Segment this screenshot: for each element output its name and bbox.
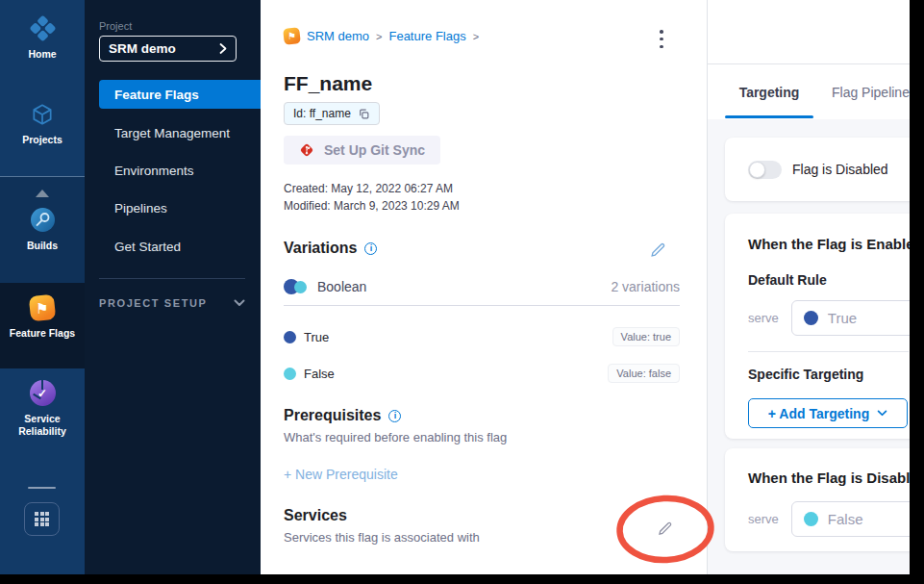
flag-enabled-card: When the Flag is Enabled Default Rule se… bbox=[725, 214, 910, 439]
flag-state-label: Flag is Disabled bbox=[792, 162, 888, 177]
flag-disabled-card: When the Flag is Disabled serve False bbox=[725, 448, 910, 551]
default-rule-label: Default Rule bbox=[748, 272, 910, 288]
rail-item-service-reliability[interactable]: ✓ Service Reliability bbox=[0, 380, 85, 437]
flag-enabled-toggle[interactable] bbox=[748, 161, 782, 179]
projects-cube-icon bbox=[30, 101, 56, 127]
home-icon bbox=[30, 15, 56, 41]
sidebar-item-pipelines[interactable]: Pipelines bbox=[85, 193, 261, 222]
page-title: FF_name bbox=[284, 72, 372, 95]
value-chip: Value: false bbox=[608, 364, 680, 383]
serve-true-select[interactable]: True bbox=[791, 300, 910, 336]
breadcrumb: ⚑ SRM demo > Feature Flags > bbox=[284, 28, 479, 44]
app-content: Home Projects bbox=[0, 0, 910, 574]
targeting-panel: Targeting Flag Pipeline Flag is Disabled… bbox=[707, 0, 910, 574]
info-icon[interactable] bbox=[388, 410, 401, 422]
breadcrumb-project-link[interactable]: SRM demo bbox=[307, 29, 369, 43]
set-up-git-sync-button[interactable]: Set Up Git Sync bbox=[284, 136, 440, 165]
project-setup-toggle[interactable]: PROJECT SETUP bbox=[99, 297, 245, 309]
prerequisites-heading: Prerequisites bbox=[284, 407, 381, 424]
variation-type-row: Boolean 2 variations bbox=[284, 279, 680, 294]
false-variation-dot bbox=[284, 368, 296, 380]
sidebar-item-get-started[interactable]: Get Started bbox=[85, 232, 261, 261]
services-heading-row: Services bbox=[284, 507, 347, 524]
more-options-button[interactable] bbox=[655, 30, 668, 48]
feature-flags-breadcrumb-icon: ⚑ bbox=[283, 27, 301, 45]
apps-grid-button[interactable] bbox=[24, 502, 60, 536]
rail-item-builds[interactable]: Builds bbox=[0, 207, 85, 252]
edit-services-button[interactable] bbox=[654, 518, 675, 539]
project-selector[interactable]: SRM demo bbox=[99, 36, 237, 62]
builds-icon bbox=[30, 207, 56, 233]
modified-timestamp: Modified: March 9, 2023 10:29 AM bbox=[284, 199, 460, 213]
tab-flag-pipeline[interactable]: Flag Pipeline bbox=[832, 85, 910, 100]
service-reliability-icon: ✓ bbox=[30, 380, 56, 406]
prerequisites-heading-row: Prerequisites bbox=[284, 407, 401, 424]
chevron-right-icon bbox=[219, 42, 227, 55]
sidebar-item-feature-flags[interactable]: Feature Flags bbox=[99, 80, 261, 109]
value-chip: Value: true bbox=[612, 327, 680, 346]
variation-type-label: Boolean bbox=[317, 279, 611, 294]
new-prerequisite-link[interactable]: + New Prerequisite bbox=[284, 467, 398, 482]
disabled-card-heading: When the Flag is Disabled bbox=[748, 470, 910, 486]
true-variation-dot bbox=[284, 331, 296, 343]
enabled-card-heading: When the Flag is Enabled bbox=[748, 236, 910, 252]
variations-heading: Variations bbox=[284, 240, 357, 257]
breadcrumb-separator-icon: > bbox=[376, 31, 382, 42]
flag-state-card: Flag is Disabled bbox=[725, 138, 910, 201]
sidebar-item-environments[interactable]: Environments bbox=[85, 156, 261, 185]
rail-divider bbox=[0, 176, 85, 177]
rail-item-feature-flags[interactable]: ⚑ Feature Flags bbox=[0, 295, 85, 340]
card-divider bbox=[748, 351, 909, 352]
breadcrumb-section-link[interactable]: Feature Flags bbox=[388, 29, 465, 43]
chevron-down-icon bbox=[877, 410, 887, 417]
tab-targeting[interactable]: Targeting bbox=[725, 64, 813, 119]
module-rail: Home Projects bbox=[0, 0, 85, 574]
created-timestamp: Created: May 12, 2022 06:27 AM bbox=[284, 182, 453, 195]
serve-false-select[interactable]: False bbox=[791, 501, 910, 537]
rail-item-home[interactable]: Home bbox=[0, 15, 85, 61]
breadcrumb-separator-icon: > bbox=[473, 31, 479, 42]
variation-row-false: False Value: false bbox=[284, 363, 680, 384]
edit-variations-button[interactable] bbox=[646, 239, 669, 262]
app-root: Home Projects bbox=[0, 0, 924, 584]
sidebar-item-target-management[interactable]: Target Management bbox=[85, 118, 261, 147]
git-icon bbox=[299, 142, 314, 158]
boolean-icon bbox=[284, 279, 309, 294]
collapse-up-icon[interactable] bbox=[36, 190, 49, 197]
add-targeting-button[interactable]: + Add Targeting bbox=[748, 398, 908, 428]
panel-tabs: Targeting Flag Pipeline bbox=[708, 64, 910, 119]
project-selector-value: SRM demo bbox=[109, 41, 219, 56]
rail-item-projects[interactable]: Projects bbox=[0, 101, 85, 146]
toggle-knob bbox=[749, 162, 765, 178]
feature-flags-icon: ⚑ bbox=[29, 294, 57, 322]
pencil-icon bbox=[656, 520, 674, 538]
sidebar-divider bbox=[99, 278, 245, 279]
copy-icon[interactable] bbox=[358, 108, 370, 120]
project-label: Project bbox=[99, 20, 132, 32]
rail-bottom-divider bbox=[28, 487, 56, 489]
false-variation-dot bbox=[804, 512, 818, 526]
prerequisites-description: What's required before enabling this fla… bbox=[284, 430, 507, 444]
grid-icon bbox=[35, 512, 49, 526]
panel-header-area bbox=[708, 0, 910, 64]
variations-heading-row: Variations bbox=[284, 240, 377, 257]
flag-id-value: Id: ff_name bbox=[293, 107, 351, 120]
project-sidebar: Project SRM demo Feature Flags Target Ma… bbox=[85, 0, 261, 574]
variation-row-true: True Value: true bbox=[284, 326, 680, 347]
specific-targeting-label: Specific Targeting bbox=[748, 367, 910, 382]
serve-row-enabled: serve True bbox=[748, 300, 910, 336]
flag-detail-main: ⚑ SRM demo > Feature Flags > FF_name Id:… bbox=[261, 0, 707, 574]
serve-row-disabled: serve False bbox=[748, 501, 910, 537]
pencil-icon bbox=[648, 241, 667, 260]
variation-count: 2 variations bbox=[611, 279, 680, 294]
variations-divider bbox=[284, 305, 680, 306]
true-variation-dot bbox=[804, 311, 818, 325]
flag-id-chip: Id: ff_name bbox=[284, 102, 380, 125]
chevron-down-icon bbox=[234, 299, 245, 307]
services-description: Services this flag is associated with bbox=[284, 530, 480, 545]
info-icon[interactable] bbox=[364, 242, 377, 255]
services-heading: Services bbox=[284, 507, 347, 524]
